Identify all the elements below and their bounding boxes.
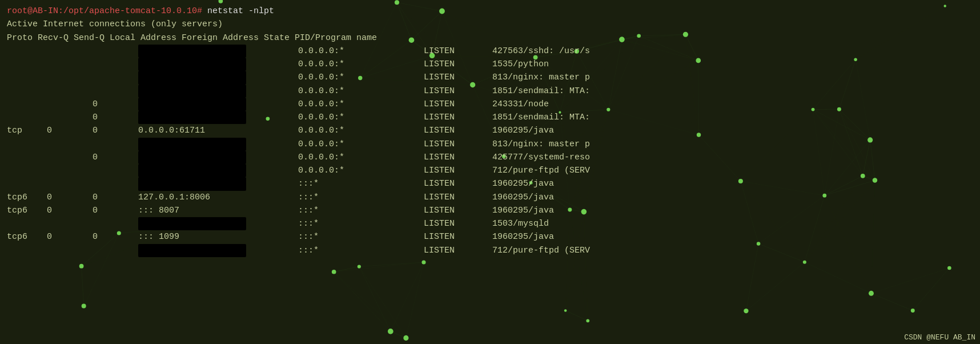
table-row: 0.0.0.0:* LISTEN 1851/sendmail: MTA:: [7, 85, 973, 98]
table-row: 0 0.0.0.0:* LISTEN 1851/sendmail: MTA:: [7, 111, 973, 124]
table-row: 0.0.0.0:* LISTEN 712/pure-ftpd (SERV: [7, 164, 973, 177]
table-row: 0 0.0.0.0:* LISTEN 243331/node: [7, 98, 973, 111]
shell-command: netstat -nlpt: [202, 6, 274, 16]
watermark: CSDN @NEFU AB_IN: [904, 333, 975, 342]
table-row: :::* LISTEN 1960295/java: [7, 177, 973, 190]
table-row: :::* LISTEN 1503/mysqld: [7, 217, 973, 230]
shell-prompt: root@AB-IN:/opt/apache-tomcat-10.0.10#: [7, 6, 202, 16]
table-row: tcp 0 0 0.0.0.0:61711 0.0.0.0:* LISTEN 1…: [7, 124, 973, 137]
terminal: root@AB-IN:/opt/apache-tomcat-10.0.10# n…: [0, 0, 980, 344]
table-row: tcp6 0 0 ::: 1099 :::* LISTEN 1960295/ja…: [7, 230, 973, 243]
table-row: tcp6 0 0 ::: 8007 :::* LISTEN 1960295/ja…: [7, 204, 973, 217]
table-row: tcp6 0 0 127.0.0.1:8006 :::* LISTEN 1960…: [7, 191, 973, 204]
table-row: 0 0.0.0.0:* LISTEN 425777/systemd-reso: [7, 151, 973, 164]
column-headers: Proto Recv-Q Send-Q Local Address Foreig…: [7, 31, 973, 45]
table-row: 0.0.0.0:* LISTEN 427563/sshd: /usr/s: [7, 45, 973, 58]
table-row: 0.0.0.0:* LISTEN 813/nginx: master p: [7, 138, 973, 151]
table-row: 0.0.0.0:* LISTEN 1535/python: [7, 58, 973, 71]
command-line: root@AB-IN:/opt/apache-tomcat-10.0.10# n…: [7, 5, 973, 18]
table-row: :::* LISTEN 712/pure-ftpd (SERV: [7, 244, 973, 257]
table-row: 0.0.0.0:* LISTEN 813/nginx: master p: [7, 71, 973, 84]
connections-header: Active Internet connections (only server…: [7, 18, 973, 31]
